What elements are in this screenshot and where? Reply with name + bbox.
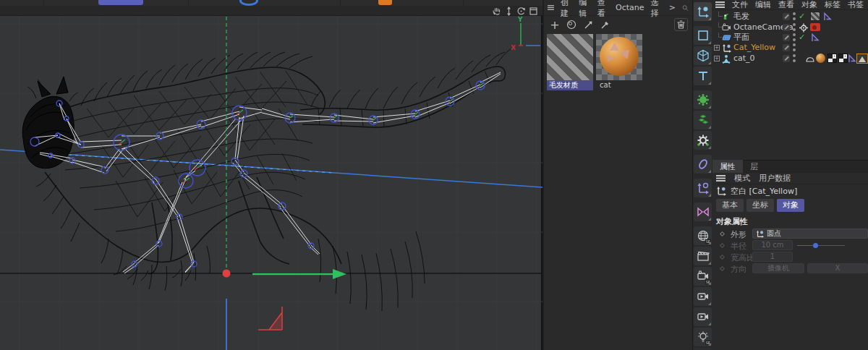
attribute-menu: 模式 用户数据 — [712, 173, 868, 184]
send-material-button[interactable] — [581, 18, 595, 31]
visibility-dots[interactable] — [793, 12, 796, 21]
material-toolbar: + — [544, 16, 692, 33]
edit-toggle[interactable] — [783, 24, 790, 31]
field-axis-tool[interactable] — [694, 179, 712, 197]
pan-icon[interactable] — [492, 7, 501, 16]
edit-toggle[interactable] — [783, 34, 790, 41]
flag-tag[interactable] — [822, 12, 833, 21]
target-icon[interactable] — [799, 23, 809, 33]
om-menu-bookmarks[interactable]: 书签 — [848, 0, 864, 10]
om-menu-edit[interactable]: 编辑 — [755, 0, 771, 10]
symmetry-tool[interactable] — [694, 202, 712, 221]
cube-primitive-tool[interactable] — [694, 46, 712, 65]
maximize-icon[interactable] — [529, 7, 538, 16]
light-se-tool[interactable]: SE — [694, 328, 712, 346]
material-preview-sphere — [600, 37, 639, 76]
delete-material-button[interactable] — [674, 18, 688, 31]
om-menu-object[interactable]: 对象 — [801, 0, 817, 10]
render-material-button[interactable] — [564, 18, 579, 31]
octane-material-tag[interactable] — [816, 54, 825, 63]
edit-toggle[interactable] — [783, 55, 790, 62]
key-diamond-icon[interactable] — [720, 243, 725, 248]
visibility-dots[interactable] — [793, 54, 796, 63]
object-title: 空白 [Cat_Yellow] — [731, 186, 797, 197]
visibility-dots[interactable] — [793, 23, 796, 32]
menu-user-data[interactable]: 用户数据 — [759, 173, 791, 184]
material-swatch-hair[interactable] — [547, 34, 593, 80]
om-menu-file[interactable]: 文件 — [732, 0, 748, 10]
edit-toggle[interactable] — [783, 13, 790, 20]
camera-motion-tool-2[interactable] — [694, 307, 712, 326]
origin-point[interactable] — [223, 270, 231, 278]
slider-knob[interactable] — [813, 243, 818, 248]
menu-mode[interactable]: 模式 — [734, 173, 750, 184]
bend-deformer-tool[interactable] — [694, 155, 712, 174]
octane-camera-tag[interactable] — [810, 23, 820, 31]
visibility-dots[interactable] — [793, 43, 796, 52]
gear-generator-tool[interactable] — [694, 131, 712, 150]
enabled-check[interactable]: ✓ — [799, 12, 805, 22]
cat-skeleton-joints[interactable] — [30, 81, 485, 267]
visibility-dots[interactable] — [793, 33, 796, 42]
orientation-axis-dropdown[interactable]: X — [807, 263, 868, 273]
menu-overflow[interactable]: > — [669, 3, 676, 12]
object-row-plane[interactable]: 平面 ✓ — [712, 33, 868, 43]
add-material-button[interactable]: + — [548, 18, 562, 31]
key-diamond-icon[interactable] — [720, 231, 725, 236]
object-row-cat0[interactable]: + cat_0 — [712, 54, 868, 64]
rotate-icon[interactable] — [516, 7, 526, 16]
section-object[interactable]: 对象 — [777, 199, 804, 212]
eyedropper-icon[interactable] — [597, 18, 612, 31]
key-diamond-icon[interactable] — [720, 255, 725, 260]
tab-layers[interactable]: 层 — [743, 160, 765, 173]
om-menu-tags[interactable]: 标签 — [825, 0, 841, 10]
object-row-hair[interactable]: 毛发 ✓ — [712, 12, 868, 22]
material-swatch-cat[interactable] — [596, 34, 642, 80]
subdivision-surface-tool[interactable] — [694, 90, 712, 109]
expand-icon[interactable]: + — [714, 45, 720, 51]
magnifier-icon[interactable] — [682, 4, 689, 12]
section-coords[interactable]: 坐标 — [746, 199, 774, 212]
aspect-input[interactable]: 1 — [752, 252, 793, 262]
material-name-cat[interactable]: cat — [597, 80, 613, 90]
object-row-octanecamera[interactable]: OctaneCamera — [712, 22, 868, 33]
om-menu-view[interactable]: 查看 — [778, 0, 794, 10]
array-generator-tool[interactable] — [694, 111, 712, 129]
camera-se-tool[interactable]: SE — [694, 267, 712, 286]
menu-icon[interactable] — [548, 4, 554, 11]
object-row-cat-yellow[interactable]: + Cat_Yellow — [712, 43, 868, 53]
material-name-hair[interactable]: 毛发材质 — [547, 80, 593, 90]
checker-tag[interactable] — [827, 54, 837, 63]
menu-icon[interactable] — [716, 175, 726, 182]
null-object-icon — [716, 186, 726, 196]
tab-attributes[interactable]: 属性 — [712, 160, 743, 173]
orientation-dropdown[interactable]: 摄像机 — [752, 263, 804, 273]
texture-hatched-tag[interactable] — [810, 12, 820, 21]
stage-tool[interactable] — [694, 247, 712, 265]
sky-environment-tool[interactable]: SE — [694, 226, 712, 245]
toolbar-fragment-indigo — [98, 0, 143, 5]
flag-tag[interactable] — [810, 33, 820, 42]
dolly-icon[interactable] — [504, 7, 514, 16]
expand-icon[interactable]: + — [714, 56, 720, 61]
flag-tag[interactable] — [847, 54, 857, 63]
edit-toggle[interactable] — [783, 44, 790, 51]
viewport-3d[interactable]: Y X Z — [0, 0, 542, 350]
spline-rectangle-tool[interactable] — [694, 26, 712, 45]
menu-octane[interactable]: Octane — [616, 3, 644, 12]
x-axis-arrow-handle[interactable] — [252, 269, 346, 279]
radius-slider[interactable] — [797, 245, 845, 246]
shape-dropdown[interactable]: 圆点 — [752, 229, 868, 239]
joint-orientation-ticks — [119, 83, 483, 183]
move-axis-tool[interactable] — [694, 2, 712, 21]
key-diamond-icon[interactable] — [720, 266, 725, 271]
camera-motion-tool-1[interactable] — [694, 287, 712, 306]
section-basic[interactable]: 基本 — [716, 199, 744, 212]
enabled-check[interactable]: ✓ — [799, 33, 805, 43]
radius-input[interactable]: 10 cm — [752, 240, 793, 250]
viewport-canvas[interactable]: Y X Z — [0, 0, 542, 350]
menu-icon[interactable] — [715, 1, 725, 8]
cap-tag[interactable] — [805, 54, 815, 63]
triangle-selected-tag[interactable] — [856, 54, 868, 64]
text-tool[interactable] — [694, 67, 712, 85]
